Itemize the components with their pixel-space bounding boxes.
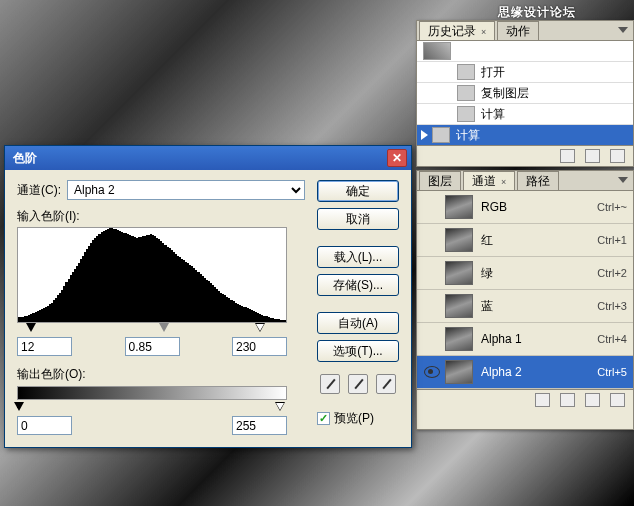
panel-menu-icon[interactable]	[616, 174, 630, 185]
save-button[interactable]: 存储(S)...	[317, 274, 399, 296]
input-white-field[interactable]	[232, 337, 287, 356]
black-eyedropper-icon[interactable]	[320, 374, 340, 394]
channel-row-red[interactable]: 红Ctrl+1	[417, 224, 633, 257]
channels-panel: 图层 通道× 路径 RGBCtrl+~ 红Ctrl+1 绿Ctrl+2 蓝Ctr…	[416, 170, 634, 430]
visibility-icon[interactable]	[423, 266, 441, 280]
channel-thumb-icon	[445, 294, 473, 318]
visibility-icon[interactable]	[423, 233, 441, 247]
input-levels-label: 输入色阶(I):	[17, 208, 305, 225]
history-list: 打开 复制图层 计算 计算	[417, 41, 633, 145]
snapshot-icon[interactable]	[585, 149, 600, 163]
channel-label: 通道(C):	[17, 182, 61, 199]
tab-actions[interactable]: 动作	[497, 21, 539, 40]
step-icon	[457, 85, 475, 101]
history-source-row[interactable]	[417, 41, 633, 62]
preview-checkbox-row[interactable]: ✓ 预览(P)	[317, 410, 399, 427]
gamma-slider[interactable]	[159, 323, 169, 332]
visibility-icon[interactable]	[423, 332, 441, 346]
output-white-slider[interactable]	[275, 402, 285, 411]
history-footer	[417, 145, 633, 165]
visibility-icon[interactable]	[423, 365, 441, 379]
close-icon[interactable]: ×	[501, 177, 506, 187]
watermark-line1: 思缘设计论坛	[498, 5, 576, 19]
input-slider-track[interactable]	[17, 323, 287, 333]
channel-thumb-icon	[445, 228, 473, 252]
step-icon	[457, 64, 475, 80]
black-point-slider[interactable]	[26, 323, 36, 332]
dialog-titlebar[interactable]: 色阶 ✕	[5, 146, 411, 170]
checkbox-icon[interactable]: ✓	[317, 412, 330, 425]
ok-button[interactable]: 确定	[317, 180, 399, 202]
channel-row-blue[interactable]: 蓝Ctrl+3	[417, 290, 633, 323]
trash-icon[interactable]	[610, 393, 625, 407]
gray-eyedropper-icon[interactable]	[348, 374, 368, 394]
channels-footer	[417, 389, 633, 409]
output-white-field[interactable]	[232, 416, 287, 435]
tab-history[interactable]: 历史记录×	[419, 21, 495, 40]
trash-icon[interactable]	[610, 149, 625, 163]
channel-row-alpha2[interactable]: Alpha 2Ctrl+5	[417, 356, 633, 389]
channel-select[interactable]: Alpha 2	[67, 180, 305, 200]
white-eyedropper-icon[interactable]	[376, 374, 396, 394]
cancel-button[interactable]: 取消	[317, 208, 399, 230]
output-levels-label: 输出色阶(O):	[17, 366, 305, 383]
input-gamma-field[interactable]	[125, 337, 180, 356]
step-icon	[432, 127, 450, 143]
input-black-field[interactable]	[17, 337, 72, 356]
channel-row-alpha1[interactable]: Alpha 1Ctrl+4	[417, 323, 633, 356]
tab-paths[interactable]: 路径	[517, 171, 559, 190]
channel-list: RGBCtrl+~ 红Ctrl+1 绿Ctrl+2 蓝Ctrl+3 Alpha …	[417, 191, 633, 389]
white-point-slider[interactable]	[255, 323, 265, 332]
source-thumb-icon	[423, 42, 451, 60]
output-gradient	[17, 386, 287, 400]
tab-channels[interactable]: 通道×	[463, 171, 515, 190]
output-slider-track[interactable]	[17, 402, 287, 412]
history-row[interactable]: 打开	[417, 62, 633, 83]
levels-dialog: 色阶 ✕ 通道(C): Alpha 2 输入色阶(I): 输出	[4, 145, 412, 448]
dialog-title: 色阶	[9, 150, 387, 167]
close-icon[interactable]: ×	[481, 27, 486, 37]
save-selection-icon[interactable]	[560, 393, 575, 407]
load-selection-icon[interactable]	[535, 393, 550, 407]
channel-thumb-icon	[445, 360, 473, 384]
channels-tabs: 图层 通道× 路径	[417, 171, 633, 191]
playhead-icon	[421, 130, 428, 140]
load-button[interactable]: 载入(L)...	[317, 246, 399, 268]
output-black-field[interactable]	[17, 416, 72, 435]
channel-thumb-icon	[445, 327, 473, 351]
step-icon	[457, 106, 475, 122]
channel-row-rgb[interactable]: RGBCtrl+~	[417, 191, 633, 224]
history-tabs: 历史记录× 动作	[417, 21, 633, 41]
output-black-slider[interactable]	[14, 402, 24, 411]
options-button[interactable]: 选项(T)...	[317, 340, 399, 362]
new-doc-icon[interactable]	[560, 149, 575, 163]
history-row[interactable]: 复制图层	[417, 83, 633, 104]
channel-thumb-icon	[445, 261, 473, 285]
channel-thumb-icon	[445, 195, 473, 219]
channel-row-green[interactable]: 绿Ctrl+2	[417, 257, 633, 290]
new-channel-icon[interactable]	[585, 393, 600, 407]
history-panel: 历史记录× 动作 打开 复制图层 计算 计算	[416, 20, 634, 167]
history-row-active[interactable]: 计算	[417, 125, 633, 145]
tab-layers[interactable]: 图层	[419, 171, 461, 190]
close-button[interactable]: ✕	[387, 149, 407, 167]
visibility-icon[interactable]	[423, 200, 441, 214]
visibility-icon[interactable]	[423, 299, 441, 313]
panel-menu-icon[interactable]	[616, 24, 630, 35]
auto-button[interactable]: 自动(A)	[317, 312, 399, 334]
preview-label: 预览(P)	[334, 410, 374, 427]
history-row[interactable]: 计算	[417, 104, 633, 125]
histogram	[17, 227, 287, 323]
